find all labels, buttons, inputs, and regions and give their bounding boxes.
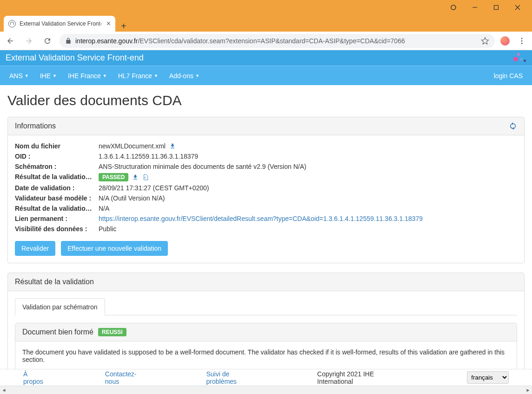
result-heading: Résultat de la validation xyxy=(15,278,517,286)
chevron-down-icon: ▼ xyxy=(195,73,200,78)
svg-text:A: A xyxy=(145,176,146,179)
browser-tab[interactable]: External Validation Service Front- × xyxy=(4,16,115,32)
reload-button[interactable] xyxy=(41,34,54,47)
visibility-value: Public xyxy=(99,225,517,233)
permalink-label: Lien permanent : xyxy=(15,215,99,222)
permalink-link[interactable]: https://interop.esante.gouv.fr/EVSClient… xyxy=(99,215,423,222)
titlebar-circle[interactable] xyxy=(443,1,464,14)
extension-icon[interactable] xyxy=(500,36,510,46)
bookmark-icon[interactable] xyxy=(481,37,489,45)
browser-toolbar: interop.esante.gouv.fr/EVSClient/cda/val… xyxy=(0,32,532,50)
model-validator-label: Validateur basé modèle : xyxy=(15,194,99,202)
visibility-label: Visibilité des données : xyxy=(15,225,99,233)
browser-menu[interactable] xyxy=(515,34,528,47)
browser-titlebar xyxy=(0,0,532,15)
result2-label: Résultat de la validatio… xyxy=(15,205,99,212)
back-button[interactable] xyxy=(4,34,17,47)
copyright-text: Copyright 2021 IHE International xyxy=(317,370,411,385)
browser-tabstrip: External Validation Service Front- × + xyxy=(0,15,532,32)
filename-value: newXMLDocument.xml xyxy=(99,142,166,150)
result-label: Résultat de la validatio… xyxy=(15,173,99,181)
reload-icon[interactable] xyxy=(509,122,517,130)
date-label: Date de validation : xyxy=(15,184,99,192)
forward-button[interactable] xyxy=(22,34,35,47)
window-maximize[interactable] xyxy=(485,1,507,14)
new-validation-button[interactable]: Effectuer une nouvelle validation xyxy=(61,241,168,256)
app-header: External Validation Service Front-end xyxy=(0,50,532,66)
model-validator-value: N/A (Outil Version N/A) xyxy=(99,194,517,202)
login-link[interactable]: login CAS xyxy=(488,67,528,84)
svg-point-7 xyxy=(521,42,523,44)
filename-label: Nom du fichier xyxy=(15,142,99,150)
close-icon[interactable]: × xyxy=(106,20,111,28)
oid-label: OID : xyxy=(15,153,99,160)
app-title: External Validation Service Front-end xyxy=(6,53,144,62)
revalidate-button[interactable]: Revalider xyxy=(15,241,55,256)
svg-point-6 xyxy=(521,40,523,41)
lock-icon xyxy=(65,38,72,44)
svg-point-5 xyxy=(521,38,523,39)
schematron-label: Schématron : xyxy=(15,163,99,170)
nav-ihe-france[interactable]: IHE France▼ xyxy=(62,67,113,84)
svg-rect-2 xyxy=(494,6,499,10)
wellformed-heading: Document bien formé xyxy=(22,328,93,336)
browser-h-scrollbar[interactable]: ◄ ► xyxy=(0,386,532,394)
chevron-down-icon: ▼ xyxy=(53,73,57,78)
globe-icon xyxy=(8,20,16,27)
result2-value: N/A xyxy=(99,205,517,212)
app-logo xyxy=(513,52,527,62)
chevron-down-icon: ▼ xyxy=(103,73,107,78)
nav-ihe[interactable]: IHE▼ xyxy=(34,67,62,84)
tab-title: External Validation Service Front- xyxy=(20,20,103,27)
window-close[interactable] xyxy=(507,1,528,14)
nav-ans[interactable]: ANS▼ xyxy=(4,67,34,84)
page-title: Valider des documents CDA xyxy=(7,93,525,108)
date-value: 28/09/21 17:31:27 (CEST GMT+0200) xyxy=(99,184,517,192)
url-text: interop.esante.gouv.fr/EVSClient/cda/val… xyxy=(75,37,405,45)
issues-link[interactable]: Suivi de problèmes xyxy=(206,370,261,385)
success-badge: REUSSI xyxy=(98,328,126,336)
status-badge: PASSED xyxy=(99,173,128,181)
download-icon[interactable] xyxy=(132,174,139,180)
new-tab-button[interactable]: + xyxy=(115,21,132,32)
window-minimize[interactable] xyxy=(464,1,485,14)
nav-hl7-france[interactable]: HL7 France▼ xyxy=(113,67,164,84)
pdf-icon[interactable]: A xyxy=(142,174,149,180)
page-footer: À propos Contactez-nous Suivi de problèm… xyxy=(0,369,532,386)
main-nav: ANS▼ IHE▼ IHE France▼ HL7 France▼ Add-on… xyxy=(0,66,532,85)
chevron-down-icon: ▼ xyxy=(154,73,158,78)
svg-point-0 xyxy=(451,5,456,10)
language-select[interactable]: français xyxy=(467,371,509,384)
tab-schematron[interactable]: Validation par schématron xyxy=(15,298,105,315)
oid-value: 1.3.6.1.4.1.12559.11.36.3.1.18379 xyxy=(99,153,517,160)
address-bar[interactable]: interop.esante.gouv.fr/EVSClient/cda/val… xyxy=(60,34,495,48)
download-icon[interactable] xyxy=(169,143,176,149)
informations-panel: Informations Nom du fichier newXMLDocume… xyxy=(7,117,525,263)
wellformed-text: The document you have validated is suppo… xyxy=(22,348,510,363)
nav-addons[interactable]: Add-ons▼ xyxy=(164,67,205,84)
panel-heading: Informations xyxy=(15,122,509,130)
schematron-value: ANS-Structuration minimale des documents… xyxy=(99,163,517,170)
chevron-down-icon: ▼ xyxy=(25,73,29,78)
about-link[interactable]: À propos xyxy=(23,370,49,385)
contact-link[interactable]: Contactez-nous xyxy=(105,370,151,385)
